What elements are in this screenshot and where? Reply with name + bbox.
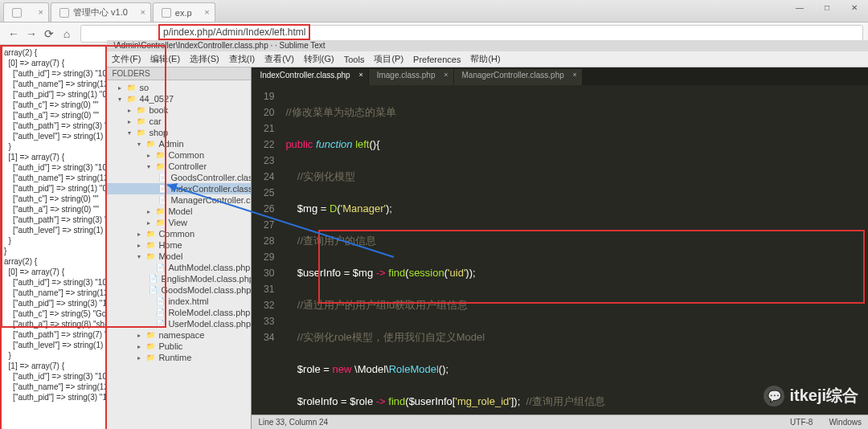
tree-label: UserModel.class.php	[168, 319, 251, 329]
folder-icon: 📁	[145, 353, 155, 362]
caret-icon: ▸	[137, 354, 144, 362]
tree-label: Admin	[158, 139, 183, 149]
tree-item[interactable]: 📄RoleModel.class.php	[107, 307, 251, 318]
tree-item[interactable]: ▸📁Home	[107, 239, 251, 251]
close-icon[interactable]: ×	[204, 7, 209, 17]
tree-item[interactable]: 📄ManagerController.class	[107, 194, 251, 206]
close-icon[interactable]: ×	[140, 7, 145, 17]
tree-item[interactable]: 📄UserModel.class.php	[107, 318, 251, 329]
tree-item[interactable]: ▾📁Admin	[107, 138, 251, 149]
file-icon: 📄	[158, 174, 167, 182]
close-icon[interactable]: ×	[444, 71, 448, 79]
tree-item[interactable]: ▸📁Runtime	[107, 352, 251, 363]
browser-tab[interactable]: 管理中心 v1.0×	[51, 2, 151, 22]
back-button[interactable]: ←	[5, 25, 23, 43]
tree-label: AuthModel.class.php	[168, 263, 250, 272]
tree-item[interactable]: ▸📁Common	[107, 149, 251, 161]
tree-item[interactable]: 📄GoodsController.class.pl	[107, 172, 251, 183]
tree-item[interactable]: ▸📁Model	[107, 206, 251, 217]
tree-item[interactable]: ▸📁View	[107, 217, 251, 228]
menu-item[interactable]: 转到(G)	[304, 53, 334, 65]
close-icon[interactable]: ×	[358, 71, 362, 79]
caret-icon: ▸	[147, 219, 154, 227]
file-icon: 📄	[155, 297, 165, 305]
browser-tab[interactable]: ×	[3, 2, 49, 22]
tab-title: 管理中心 v1.0	[73, 6, 128, 18]
menu-item[interactable]: 选择(S)	[190, 53, 219, 65]
editor-tab[interactable]: IndexController.class.php×	[252, 69, 367, 85]
close-button[interactable]: ✕	[841, 0, 868, 16]
tree-item[interactable]: 📄EnglishModel.class.php	[107, 273, 251, 284]
wechat-icon: 💬	[764, 386, 784, 407]
tree-label: Model	[158, 251, 182, 261]
menu-item[interactable]: 文件(F)	[112, 53, 141, 65]
tree-label: IndexController.class.ph	[170, 184, 252, 194]
tab-favicon-icon	[162, 8, 171, 18]
tree-label: EnglishModel.class.php	[161, 274, 252, 284]
caret-icon: ▸	[128, 118, 134, 125]
tree-label: namespace	[158, 330, 204, 340]
code-content[interactable]: //修改菜单为动态的菜单 public function left(){ //实…	[280, 85, 868, 415]
maximize-button[interactable]: □	[813, 0, 841, 16]
file-icon: 📄	[158, 196, 167, 204]
url-annotation: p/index.php/Admin/Index/left.html	[158, 24, 310, 40]
menu-item[interactable]: 帮助(H)	[470, 53, 500, 65]
menu-item[interactable]: 查找(I)	[229, 53, 255, 65]
close-icon[interactable]: ×	[573, 71, 577, 79]
folders-sidebar: FOLDERS ▸📁so▾📁44_0527▸📁book▸📁car▾📁shop▾📁…	[107, 67, 252, 429]
caret-icon: ▸	[137, 332, 144, 339]
menu-item[interactable]: 查看(V)	[264, 53, 294, 65]
tree-item[interactable]: ▾📁Model	[107, 251, 251, 262]
folder-icon: 📁	[145, 230, 155, 238]
folder-icon: 📁	[155, 162, 165, 170]
caret-icon: ▸	[137, 231, 144, 238]
menu-item[interactable]: 编辑(E)	[150, 53, 180, 65]
menu-item[interactable]: Preferences	[413, 55, 461, 64]
tree-label: so	[139, 83, 149, 92]
tree-label: 44_0527	[139, 94, 174, 104]
tree-label: shop	[149, 128, 168, 137]
browser-tab[interactable]: ex.p×	[153, 2, 215, 22]
forward-button[interactable]: →	[23, 25, 40, 43]
minimize-button[interactable]: —	[786, 0, 813, 16]
tree-label: ManagerController.class	[170, 195, 252, 205]
menu-item[interactable]: 项目(P)	[374, 53, 403, 65]
folder-icon: 📁	[136, 117, 145, 125]
caret-icon: ▾	[137, 253, 144, 260]
tree-item[interactable]: ▸📁namespace	[107, 329, 251, 341]
file-icon: 📄	[155, 320, 165, 328]
home-button[interactable]: ⌂	[58, 25, 76, 43]
close-icon[interactable]: ×	[39, 7, 43, 17]
tree-item[interactable]: ▾📁Controller	[107, 161, 251, 172]
editor-title: \Admin\Controller\IndexController.class.…	[107, 40, 868, 51]
reload-button[interactable]: ⟳	[40, 25, 58, 43]
tree-item[interactable]: ▸📁car	[107, 116, 251, 127]
window-controls: — □ ✕	[786, 0, 868, 16]
tree-item[interactable]: ▸📁Public	[107, 341, 251, 352]
editor-tabs: IndexController.class.php× Image.class.p…	[252, 67, 868, 85]
tree-item[interactable]: ▸📁book	[107, 104, 251, 116]
tree-item[interactable]: ▾📁shop	[107, 127, 251, 138]
tree-item[interactable]: 📄index.html	[107, 296, 251, 307]
var-dump-pane: array(2) { [0] => array(7) { ["auth_id"]…	[0, 45, 107, 429]
tree-label: GoodsController.class.pl	[170, 173, 252, 182]
menu-bar: 文件(F) 编辑(E) 选择(S) 查找(I) 查看(V) 转到(G) Tool…	[107, 51, 868, 67]
os-indicator[interactable]: Windows	[829, 418, 862, 427]
menu-item[interactable]: Tools	[344, 55, 365, 64]
tree-item[interactable]: 📄IndexController.class.ph	[107, 183, 251, 194]
sublime-editor: \Admin\Controller\IndexController.class.…	[107, 45, 868, 429]
tree-label: Home	[158, 240, 182, 250]
line-gutter: 19202122232425262728293031323334	[252, 85, 280, 415]
tree-item[interactable]: 📄GoodsModel.class.php	[107, 284, 251, 296]
tree-item[interactable]: 📄AuthModel.class.php	[107, 262, 251, 273]
editor-tab[interactable]: Image.class.php×	[369, 69, 453, 85]
tree-item[interactable]: ▸📁Common	[107, 228, 251, 239]
caret-icon: ▾	[147, 163, 154, 170]
editor-tab[interactable]: ManagerController.class.php×	[454, 69, 582, 85]
watermark: 💬 itkeji综合	[764, 385, 858, 407]
tree-item[interactable]: ▸📁so	[107, 82, 251, 93]
tree-label: index.html	[168, 296, 208, 306]
tree-label: RoleModel.class.php	[168, 308, 250, 317]
encoding-indicator[interactable]: UTF-8	[790, 418, 813, 427]
tree-item[interactable]: ▾📁44_0527	[107, 93, 251, 104]
